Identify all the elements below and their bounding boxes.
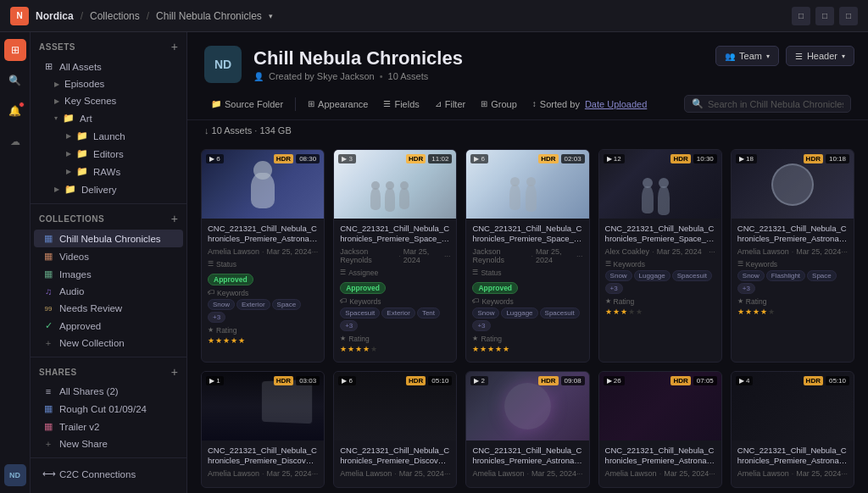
card-meta-left: Amelia Lawson · Mar 25, 2024 xyxy=(737,469,842,478)
sidebar-item-all-shares[interactable]: ≡ All Shares (2) xyxy=(34,383,183,400)
card-005[interactable]: ▶ 18 HDR 10:18 CNC_221321_Chill_Nebula_C… xyxy=(731,149,854,363)
audio-icon: ♫ xyxy=(42,286,54,296)
sidebar-item-delivery[interactable]: ▶ 📁 Delivery xyxy=(34,180,183,198)
nav-cloud-icon[interactable]: ☁ xyxy=(4,130,26,152)
header-button[interactable]: ☰ Header ▾ xyxy=(786,46,854,66)
shares-add-button[interactable]: + xyxy=(171,366,178,378)
sidebar-item-needs-review[interactable]: 99 Needs Review xyxy=(34,300,183,317)
tag-snow[interactable]: Snow xyxy=(605,270,632,281)
tag-luggage[interactable]: Luggage xyxy=(501,307,537,319)
card-more-button[interactable]: ··· xyxy=(709,247,715,256)
nav-user-icon[interactable]: ND xyxy=(4,464,26,486)
tag-exterior[interactable]: Exterior xyxy=(236,299,270,310)
sidebar-item-new-share[interactable]: + New Share xyxy=(34,435,183,452)
nav-notifications-icon[interactable]: 🔔 xyxy=(4,100,26,122)
window-icon-3[interactable]: □ xyxy=(839,7,858,25)
window-icon-2[interactable]: □ xyxy=(815,7,834,25)
card-010[interactable]: ▶ 4 HDR 05:10 CNC_221321_Chill_Nebula_Ch… xyxy=(731,371,854,488)
tag-luggage[interactable]: Luggage xyxy=(634,270,670,281)
sidebar-item-rough-cut[interactable]: ▦ Rough Cut 01/09/24 xyxy=(34,400,183,418)
card-more-button[interactable]: ··· xyxy=(312,469,319,478)
tag-extra: +3 xyxy=(737,283,755,294)
assets-add-button[interactable]: + xyxy=(171,41,178,53)
tag-flashlight[interactable]: Flashlight xyxy=(766,270,805,281)
team-label: Team xyxy=(739,51,762,61)
card-002[interactable]: ▶ 3 HDR 11:02 CNC_221321_Chill_Nebula_Ch… xyxy=(333,149,457,363)
appearance-label: Appearance xyxy=(318,99,368,109)
card-filename: CNC_221321_Chill_Nebula_Chronicles_Premi… xyxy=(737,446,848,467)
filter-button[interactable]: ⊿ Filter xyxy=(428,96,472,113)
card-more-button[interactable]: ··· xyxy=(709,469,715,478)
card-004[interactable]: ▶ 12 HDR 10:30 CNC_221321_Chill_Nebula_C… xyxy=(598,149,722,363)
sidebar-item-videos[interactable]: ▦ Videos xyxy=(34,247,183,265)
sort-button[interactable]: ↕ Sorted by Date Uploaded xyxy=(526,96,654,113)
raws-folder-icon: 📁 xyxy=(76,166,88,177)
card-more-button[interactable]: ··· xyxy=(576,252,583,260)
tag-spacesuit[interactable]: Spacesuit xyxy=(672,270,712,281)
sidebar-item-new-collection[interactable]: + New Collection xyxy=(34,335,183,352)
sidebar-item-images[interactable]: ▦ Images xyxy=(34,265,183,283)
editors-folder-icon: 📁 xyxy=(76,148,88,159)
card-more-button[interactable]: ··· xyxy=(444,469,451,478)
sidebar-item-chill-nebula[interactable]: ▦ Chill Nebula Chronicles xyxy=(34,230,183,247)
fields-button[interactable]: ☰ Fields xyxy=(376,96,426,113)
source-folder-button[interactable]: 📁 Source Folder xyxy=(204,96,290,113)
tag-snow[interactable]: Snow xyxy=(208,299,235,310)
tag-spacesuit[interactable]: Spacesuit xyxy=(340,307,380,319)
star-5: ★ xyxy=(238,336,245,345)
card-003[interactable]: ▶ 6 HDR 02:03 CNC_221321_Chill_Nebula_Ch… xyxy=(465,149,589,363)
hdr-badge: HDR xyxy=(670,376,690,385)
fields-label: Fields xyxy=(394,99,419,109)
card-meta-left: Amelia Lawson · Mar 25, 2024 xyxy=(472,469,576,478)
tag-space[interactable]: Space xyxy=(272,299,302,310)
sidebar-item-approved[interactable]: ✓ Approved xyxy=(34,317,183,335)
card-more-button[interactable]: ··· xyxy=(312,247,319,256)
team-button[interactable]: 👥 Team ▾ xyxy=(715,46,779,66)
window-icon-1[interactable]: □ xyxy=(792,7,810,25)
team-icon: 👥 xyxy=(725,52,735,61)
tag-exterior[interactable]: Exterior xyxy=(381,307,415,319)
sidebar-item-trailer[interactable]: ▦ Trailer v2 xyxy=(34,418,183,435)
card-008[interactable]: ▶ 2 HDR 09:08 CNC_221321_Chill_Nebula_Ch… xyxy=(465,371,589,488)
sidebar-item-launch[interactable]: ▶ 📁 Launch xyxy=(34,127,183,145)
sidebar-item-raws[interactable]: ▶ 📁 RAWs xyxy=(34,163,183,180)
breadcrumb-dropdown-icon[interactable]: ▾ xyxy=(269,12,273,20)
group-button[interactable]: ⊞ Group xyxy=(474,96,524,113)
card-more-button[interactable]: ··· xyxy=(576,469,583,478)
sidebar-item-art[interactable]: ▾ 📁 Art xyxy=(34,109,183,127)
nav-home-icon[interactable]: ⊞ xyxy=(4,39,26,61)
star-1: ★ xyxy=(605,307,612,316)
collections-add-button[interactable]: + xyxy=(171,213,178,224)
prop-icon: ☰ xyxy=(340,269,346,276)
card-more-button[interactable]: ··· xyxy=(841,469,848,478)
card-meta: Amelia Lawson · Mar 25, 2024 ··· xyxy=(605,469,715,478)
breadcrumb-collections[interactable]: Collections xyxy=(90,10,140,22)
card-more-button[interactable]: ··· xyxy=(841,247,848,256)
sidebar-item-key-scenes[interactable]: ▶ Key Scenes xyxy=(34,92,183,109)
card-009[interactable]: ▶ 26 HDR 07:05 CNC_221321_Chill_Nebula_C… xyxy=(598,371,722,488)
card-006[interactable]: ▶ 1 HDR 03:03 CNC_221321_Chill_Nebula_Ch… xyxy=(201,371,325,488)
sidebar-item-audio[interactable]: ♫ Audio xyxy=(34,283,183,300)
sidebar-item-c2c[interactable]: ⟷ C2C Connections xyxy=(34,465,183,483)
appearance-button[interactable]: ⊞ Appearance xyxy=(301,96,375,113)
tag-spacesuit[interactable]: Spacesuit xyxy=(540,307,580,319)
app-logo: N xyxy=(10,7,29,25)
card-badge-left: ▶ 1 xyxy=(206,376,224,385)
card-more-button[interactable]: ··· xyxy=(444,252,451,260)
nav-search-icon[interactable]: 🔍 xyxy=(4,69,26,91)
card-001[interactable]: ▶ 6 HDR 08:30 CNC_221321_Chill_Nebula_Ch… xyxy=(201,149,325,363)
card-meta-left: Amelia Lawson · Mar 25, 2024 xyxy=(737,247,842,256)
tags-container: SnowLuggageSpacesuit+3 xyxy=(605,270,715,294)
sidebar-item-all-assets[interactable]: ⊞ All Assets xyxy=(34,58,183,75)
sidebar-item-episodes[interactable]: ▶ Episodes xyxy=(34,75,183,92)
sidebar-item-editors[interactable]: ▶ 📁 Editors xyxy=(34,145,183,163)
tag-snow[interactable]: Snow xyxy=(737,270,765,281)
search-input[interactable] xyxy=(708,99,843,109)
tag-snow[interactable]: Snow xyxy=(472,307,499,319)
frame-count-badge: ▶ 6 xyxy=(338,376,356,385)
episodes-chevron: ▶ xyxy=(54,80,59,88)
card-007[interactable]: ▶ 6 HDR 05:10 CNC_221321_Chill_Nebula_Ch… xyxy=(333,371,457,488)
card-prop-keywords: 🏷 Keywords SpacesuitExteriorTent+3 xyxy=(340,297,450,331)
tag-space[interactable]: Space xyxy=(807,270,837,281)
tag-tent[interactable]: Tent xyxy=(417,307,440,319)
